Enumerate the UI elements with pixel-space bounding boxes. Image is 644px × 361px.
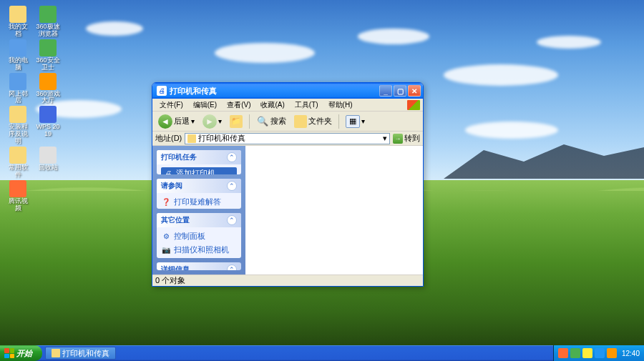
link-icon: 🖨 [163,169,173,174]
search-button[interactable]: 🔍搜索 [253,114,289,129]
taskbar-task[interactable]: 打印机和传真 [45,347,116,360]
task-panel: 请参阅⌃❓打印疑难解答❓获得关于打印的帮助 [157,179,241,209]
back-button[interactable]: ◄后退 ▾ [155,113,197,130]
task-panel: 其它位置⌃⚙控制面板📷扫描仪和照相机📁我的文档🖼图片收藏💻我的电脑 [157,213,241,259]
toolbar: ◄后退 ▾ ►▾ 📁 🔍搜索 文件夹 ▦▾ [152,112,423,132]
clock[interactable]: 12:40 [622,350,640,357]
desktop-icon[interactable]: 安装程序及说明 [6,106,30,145]
maximize-button[interactable]: ▢ [394,85,406,97]
address-folder-icon [187,134,196,143]
folders-icon [294,115,307,128]
icon-image [9,147,26,164]
desktop-icon[interactable]: 我的文档 [6,6,30,38]
desktop-icon[interactable]: 冈上邻居 [6,73,30,105]
windows-logo-icon [4,348,14,358]
window-icon: 🖨 [157,86,167,96]
start-button[interactable]: 开始 [0,345,42,361]
up-button[interactable]: 📁 [227,114,245,129]
panel-header[interactable]: 详细信息⌃ [157,262,241,270]
icon-label: 回收站 [39,164,58,172]
icon-image [9,106,26,123]
panel-header[interactable]: 打印机任务⌃ [157,150,241,164]
desktop-icon[interactable]: 我的电脑 [6,39,30,71]
icon-image [39,106,57,123]
task-link[interactable]: ⚙控制面板 [161,230,237,242]
views-button[interactable]: ▦▾ [343,114,368,129]
tray-icon[interactable] [607,348,617,358]
task-panel: 详细信息⌃ [157,262,241,270]
task-panel: 打印机任务⌃🖨添加打印机📠设置传真 [157,150,241,174]
chevron-icon: ⌃ [227,152,237,162]
icon-image [9,73,26,90]
search-icon: 🔍 [256,115,269,128]
icon-label: 360极速浏览器 [36,24,60,38]
go-button[interactable]: →转到 [393,133,420,144]
icon-label: 我的文档 [6,24,30,38]
menu-item[interactable]: 工具(T) [291,99,323,111]
tray-icon[interactable] [558,348,568,358]
desktop-icon[interactable]: 回收站 [36,147,60,179]
icon-label: 我的电脑 [6,57,30,71]
taskbar: 开始 打印机和传真 12:40 [0,345,644,361]
desktop-icon[interactable]: 常用软件 [6,147,30,179]
desktop-icon[interactable]: 360安全卫士 [36,39,60,71]
menu-item[interactable]: 编辑(E) [189,99,221,111]
system-tray: 12:40 [553,345,644,361]
menu-item[interactable]: 收藏(A) [256,99,288,111]
back-arrow-icon: ◄ [158,114,172,129]
tray-icon[interactable] [570,348,580,358]
chevron-icon: ⌃ [227,181,237,191]
close-button[interactable]: ✕ [408,85,421,97]
desktop-icon[interactable]: 360游戏大厅 [36,73,60,105]
icon-label: 安装程序及说明 [6,124,30,145]
icon-image [39,6,57,23]
up-folder-icon: 📁 [230,115,243,128]
panel-header[interactable]: 其它位置⌃ [157,213,241,227]
icon-image [39,73,57,90]
icon-label: 360安全卫士 [36,57,60,71]
task-link[interactable]: 📷扫描仪和照相机 [161,244,237,256]
forward-button[interactable]: ►▾ [200,113,225,130]
windows-flag-icon [407,100,420,110]
task-link[interactable]: ❓打印疑难解答 [161,196,237,208]
link-icon: ❓ [161,197,171,207]
folders-button[interactable]: 文件夹 [291,114,335,129]
titlebar[interactable]: 🖨 打印机和传真 _ ▢ ✕ [152,83,423,99]
content-area[interactable] [245,146,423,275]
task-link[interactable]: 📁我的文档 [161,257,237,259]
icon-image [9,180,26,197]
go-arrow-icon: → [393,134,403,144]
window-title: 打印机和传真 [170,86,379,97]
icon-label: 360游戏大厅 [36,91,60,105]
menu-item[interactable]: 查看(V) [223,99,255,111]
desktop-icon[interactable]: 360极速浏览器 [36,6,60,38]
menu-item[interactable]: 文件(F) [155,99,187,111]
menubar: 文件(F)编辑(E)查看(V)收藏(A)工具(T)帮助(H) [152,99,423,112]
link-icon: 📷 [161,244,171,254]
statusbar: 0 个对象 [152,275,423,286]
address-label: 地址(D) [155,133,182,144]
views-icon: ▦ [346,115,360,128]
icon-image [39,39,57,56]
desktop-icon[interactable]: 腾讯视频 [6,180,30,212]
menu-item[interactable]: 帮助(H) [324,99,357,111]
icon-image [9,39,26,56]
link-icon: ⚙ [161,231,171,241]
desktop-icon[interactable]: WPS 2019 [36,106,60,145]
icon-image [39,147,57,164]
panel-header[interactable]: 请参阅⌃ [157,179,241,193]
tray-icon[interactable] [595,348,605,358]
addressbar: 地址(D) 打印机和传真 ▾ →转到 [152,132,423,146]
icon-label: WPS 2019 [36,124,60,138]
forward-arrow-icon: ► [203,114,217,129]
task-icon [52,349,60,357]
icon-image [9,6,26,23]
icon-label: 常用软件 [6,164,30,179]
explorer-window: 🖨 打印机和传真 _ ▢ ✕ 文件(F)编辑(E)查看(V)收藏(A)工具(T)… [152,82,424,287]
icon-label: 腾讯视频 [6,198,30,212]
tray-icon[interactable] [582,348,592,358]
task-link[interactable]: 🖨添加打印机 [161,167,237,174]
icon-label: 冈上邻居 [6,91,30,105]
address-input[interactable]: 打印机和传真 ▾ [185,133,390,144]
minimize-button[interactable]: _ [379,85,392,97]
